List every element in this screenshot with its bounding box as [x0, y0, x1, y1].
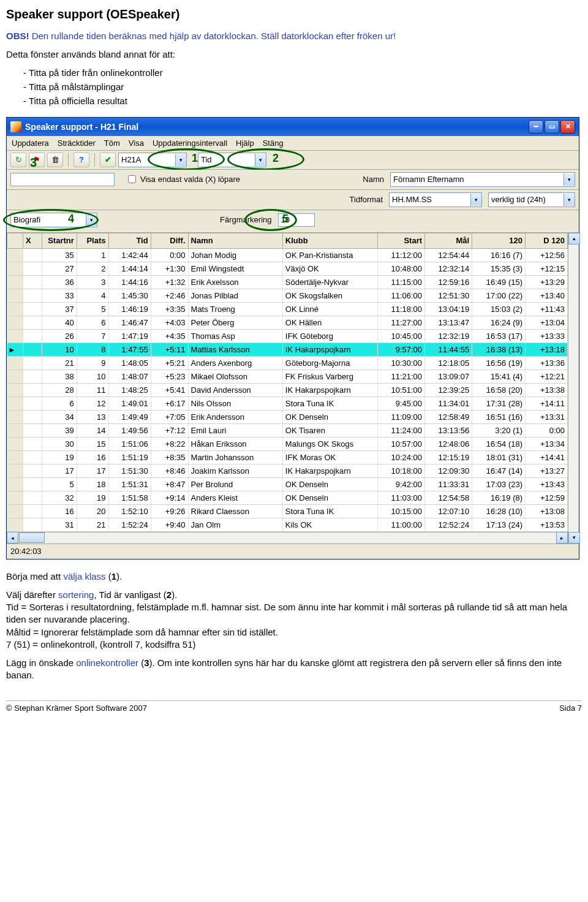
row-indicator	[7, 491, 23, 504]
col-d120[interactable]: D 120	[526, 233, 568, 248]
row-indicator	[7, 518, 23, 531]
refresh-icon[interactable]: ↻	[10, 153, 26, 167]
menu-stang[interactable]: Stäng	[263, 138, 284, 148]
instr-2: Välj därefter sortering, Tid är vanligas…	[6, 589, 582, 651]
table-row[interactable]: 2191:48:05+5:21Anders AxenborgGöteborg-M…	[7, 356, 568, 370]
time-mode-combo[interactable]: verklig tid (24h)▾	[488, 192, 575, 207]
scroll-thumb[interactable]	[19, 532, 45, 543]
row-indicator	[7, 396, 23, 410]
table-row[interactable]: 32191:51:58+9:14Anders KleistOK Denseln1…	[7, 491, 568, 504]
chevron-down-icon[interactable]: ▾	[470, 194, 481, 206]
table-row[interactable]: 28111:48:25+5:41David AnderssonIK Hakarp…	[7, 383, 568, 396]
status-bar: 20:42:03	[7, 544, 579, 559]
menu-hjalp[interactable]: Hjälp	[236, 138, 254, 148]
table-row[interactable]: 16201:52:10+9:26Rikard ClaessonStora Tun…	[7, 504, 568, 518]
page-title: Speaker support (OESpeaker)	[6, 7, 582, 21]
col-plats[interactable]: Plats	[77, 233, 108, 248]
horizontal-scrollbar[interactable]: ◂ ▸	[7, 532, 568, 544]
para2: Detta fönster används bland annat för at…	[6, 48, 582, 61]
flag-icon[interactable]: ⚑	[29, 153, 45, 167]
col-mal[interactable]: Mål	[425, 233, 472, 248]
row-indicator	[7, 316, 23, 329]
trash-icon[interactable]: 🗑	[47, 153, 63, 167]
instr-4: Lägg in önskade onlinekontroller (3). Om…	[6, 657, 582, 682]
page-footer: © Stephan Krämer Sport Software 2007Sida…	[6, 700, 582, 713]
table-row[interactable]: 31211:52:24+9:40Jan OlmKils OK11:00:0012…	[7, 518, 568, 531]
speaker-window: Speaker support - H21 Final ━ ▭ ✕ Uppdat…	[6, 117, 579, 559]
table-row[interactable]: 3751:46:19+3:35Mats TroengOK Linné11:18:…	[7, 302, 568, 316]
chevron-down-icon[interactable]: ▾	[564, 173, 575, 186]
row-indicator	[7, 504, 23, 518]
toolbar-row3: Biografi▾ Färgmarkering 4 5	[7, 210, 579, 233]
tidformat-label: Tidformat	[350, 195, 383, 204]
row-indicator	[7, 423, 23, 437]
menu-uppdateringsintervall[interactable]: Uppdateringsintervall	[153, 138, 227, 148]
tidformat-row: Tidformat HH.MM.SS▾ verklig tid (24h)▾	[7, 190, 579, 210]
col-startnr[interactable]: Startnr	[42, 233, 77, 248]
col-tid[interactable]: Tid	[108, 233, 151, 248]
table-row[interactable]: 19161:51:19+8:35Martin JohanssonIFK Mora…	[7, 450, 568, 464]
row-indicator	[7, 356, 23, 370]
chevron-down-icon[interactable]: ▾	[564, 194, 575, 206]
instr-1: Börja med att välja klass (1).	[6, 570, 582, 583]
check-icon[interactable]: ✔	[100, 153, 116, 167]
table-row[interactable]: 3511:42:440:00Johan ModigOK Pan-Kristian…	[7, 248, 568, 262]
row-indicator	[7, 437, 23, 450]
table-row[interactable]: 5181:51:31+8:47Per BrolundOK Denseln9:42…	[7, 477, 568, 491]
window-titlebar[interactable]: Speaker support - H21 Final ━ ▭ ✕	[7, 118, 579, 136]
table-row[interactable]: 2671:47:19+4:35Thomas AspIFK Göteborg10:…	[7, 329, 568, 343]
filter-row: Visa endast valda (X) löpare Namn Förnam…	[7, 170, 579, 190]
row-indicator	[7, 464, 23, 477]
results-table[interactable]: X Startnr Plats Tid Diff. Namn Klubb Sta…	[7, 233, 568, 532]
name-format-combo[interactable]: Förnamn Efternamn▾	[390, 172, 575, 187]
bullet-list: Titta på tider från onlinekontroller Tit…	[23, 67, 582, 106]
scroll-left-icon[interactable]: ◂	[7, 532, 18, 544]
col-diff[interactable]: Diff.	[151, 233, 188, 248]
menu-tom[interactable]: Töm	[104, 138, 120, 148]
table-row[interactable]: 30151:51:06+8:22Håkan ErikssonMalungs OK…	[7, 437, 568, 450]
table-row[interactable]: 17171:51:30+8:46Joakim KarlssonIK Hakarp…	[7, 464, 568, 477]
row-indicator	[7, 302, 23, 316]
time-format-combo[interactable]: HH.MM.SS▾	[389, 192, 482, 207]
row-indicator	[7, 275, 23, 289]
table-row[interactable]: 2721:44:14+1:30Emil WingstedtVäxjö OK10:…	[7, 262, 568, 275]
menubar: Uppdatera Sträcktider Töm Visa Uppdateri…	[7, 136, 579, 151]
scroll-down-icon[interactable]: ▾	[568, 532, 580, 544]
maximize-button[interactable]: ▭	[545, 120, 559, 134]
row-indicator	[7, 370, 23, 383]
col-x[interactable]: X	[23, 233, 42, 248]
table-row[interactable]: 34131:49:49+7:05Erik AnderssonOK Denseln…	[7, 410, 568, 423]
menu-visa[interactable]: Visa	[129, 138, 144, 148]
table-row[interactable]: 39141:49:56+7:12Emil LauriOK Tisaren11:2…	[7, 423, 568, 437]
menu-stracktider[interactable]: Sträcktider	[58, 138, 96, 148]
table-row[interactable]: ▸1081:47:55+5:11Mattias KarlssonIK Hakar…	[7, 343, 568, 356]
table-row[interactable]: 4061:46:47+4:03Peter ÖbergOK Hällen11:27…	[7, 316, 568, 329]
col-start[interactable]: Start	[378, 233, 425, 248]
menu-uppdatera[interactable]: Uppdatera	[12, 138, 49, 148]
row-indicator	[7, 450, 23, 464]
col-namn[interactable]: Namn	[188, 233, 282, 248]
rowheader-col	[7, 233, 23, 248]
filter-input[interactable]	[10, 173, 115, 186]
col-120[interactable]: 120	[472, 233, 526, 248]
intro: OBS! Den rullande tiden beräknas med hjä…	[6, 30, 582, 42]
col-klubb[interactable]: Klubb	[282, 233, 377, 248]
window-title: Speaker support - H21 Final	[25, 122, 138, 132]
table-row[interactable]: 6121:49:01+6:17Nils OlssonStora Tuna IK9…	[7, 396, 568, 410]
row-indicator	[7, 383, 23, 396]
table-row[interactable]: 38101:48:07+5:23Mikael OlofssonFK Frisku…	[7, 370, 568, 383]
toolbar: ↻ ⚑ 🗑 ? ✔ H21A▾ Tid▾ 1 2 3	[7, 151, 579, 170]
show-selected-checkbox[interactable]: Visa endast valda (X) löpare	[126, 173, 240, 185]
help-icon[interactable]: ?	[74, 153, 89, 167]
minimize-button[interactable]: ━	[529, 120, 543, 134]
row-indicator	[7, 248, 23, 262]
table-row[interactable]: 3631:44:16+1:32Erik AxelssonSödertälje-N…	[7, 275, 568, 289]
row-indicator: ▸	[7, 343, 23, 356]
scroll-right-icon[interactable]: ▸	[556, 532, 568, 544]
close-button[interactable]: ✕	[560, 120, 575, 134]
row-indicator	[7, 289, 23, 302]
row-indicator	[7, 329, 23, 343]
scroll-up-icon[interactable]: ▴	[568, 233, 580, 244]
table-row[interactable]: 3341:45:30+2:46Jonas PilbladOK Skogsfalk…	[7, 289, 568, 302]
vertical-scrollbar[interactable]: ▴ ▾	[568, 233, 579, 544]
